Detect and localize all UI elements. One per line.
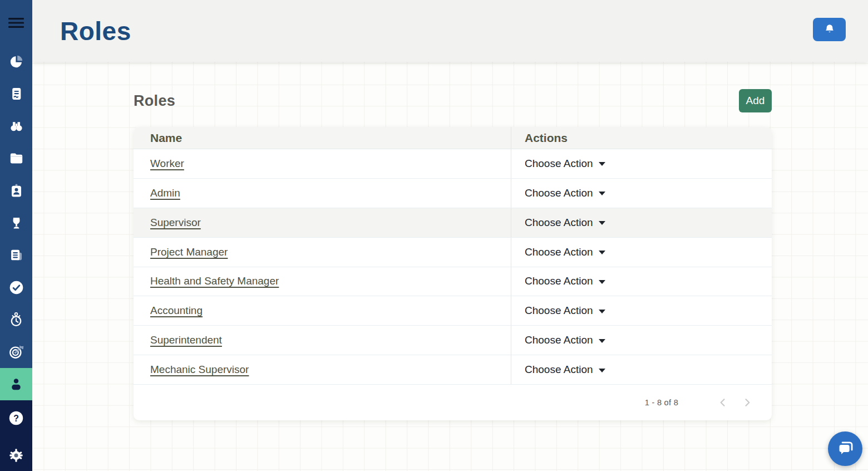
chevron-down-icon [599,192,605,195]
gear-icon [8,448,24,463]
sidebar-item-workers[interactable] [0,174,32,207]
table-row: Supervisor Choose Action [134,208,772,238]
table-body: Worker Choose Action Admin Choose Action… [134,149,772,385]
check-circle-icon [9,280,24,295]
sidebar-item-dashboard[interactable] [0,45,32,77]
column-header-name: Name [134,127,511,149]
choose-action-dropdown[interactable]: Choose Action [525,187,605,199]
bell-icon [823,23,836,36]
sidebar-item-invoices[interactable] [0,77,32,110]
binoculars-icon [9,119,24,134]
role-link[interactable]: Accounting [150,305,203,317]
table-row: Worker Choose Action [134,149,772,179]
target-dart-icon [8,344,24,360]
folder-icon [9,151,24,166]
choose-action-label: Choose Action [525,334,593,346]
stopwatch-icon [9,312,23,327]
menu-toggle-button[interactable] [0,0,32,45]
sidebar-item-tasks[interactable] [0,271,32,303]
table-row: Health and Safety Manager Choose Action [134,267,772,297]
choose-action-dropdown[interactable]: Choose Action [525,364,605,376]
chevron-down-icon [599,221,605,225]
choose-action-dropdown[interactable]: Choose Action [525,275,605,287]
table-row: Superintendent Choose Action [134,326,772,355]
hamburger-icon [8,17,24,29]
table-row: Project Manager Choose Action [134,238,772,267]
role-link[interactable]: Health and Safety Manager [150,275,279,287]
choose-action-label: Choose Action [525,364,593,376]
column-header-actions: Actions [511,127,772,149]
sidebar-item-time-tracking[interactable] [0,303,32,336]
choose-action-label: Choose Action [525,246,593,258]
role-link[interactable]: Admin [150,187,180,199]
choose-action-label: Choose Action [525,217,593,229]
table-row: Accounting Choose Action [134,296,772,326]
sidebar-item-achievements[interactable] [0,207,32,239]
choose-action-dropdown[interactable]: Choose Action [525,305,605,317]
help-button[interactable]: ? [0,403,32,434]
sidebar-item-files[interactable] [0,142,32,174]
chat-bubbles-icon [836,439,855,458]
chevron-left-icon [717,397,728,408]
section-title: Roles [134,92,175,110]
pagination-range: 1 - 8 of 8 [645,398,678,407]
table-row: Mechanic Supervisor Choose Action [134,355,772,385]
choose-action-label: Choose Action [525,187,593,199]
chevron-down-icon [599,251,605,254]
choose-action-dropdown[interactable]: Choose Action [525,217,605,229]
role-link[interactable]: Supervisor [150,217,201,229]
add-button[interactable]: Add [739,89,772,112]
pagination-next-button[interactable] [735,397,760,408]
page-title: Roles [60,16,131,46]
chevron-down-icon [599,280,605,284]
choose-action-label: Choose Action [525,158,593,170]
sidebar-bottom-section: ? [0,400,32,471]
notifications-button[interactable] [813,18,846,41]
chevron-down-icon [599,162,605,166]
chat-widget-button[interactable] [828,431,862,466]
table-header-row: Name Actions [134,127,772,149]
news-report-icon [9,248,23,262]
roles-table-card: Name Actions Worker Choose Action Admin … [134,127,772,420]
invoice-document-icon [9,87,23,101]
chevron-down-icon [599,310,605,313]
pagination-prev-button[interactable] [711,397,735,408]
table-row: Admin Choose Action [134,179,772,208]
role-link[interactable]: Superintendent [150,334,222,346]
choose-action-label: Choose Action [525,305,593,317]
trophy-icon [9,215,24,230]
main-content: Roles Add Name Actions Worker Choose Act… [32,62,868,471]
role-link[interactable]: Worker [150,158,184,170]
role-link[interactable]: Project Manager [150,246,228,258]
sidebar-item-observations[interactable] [0,110,32,142]
chevron-down-icon [599,369,605,372]
help-icon: ? [8,410,24,426]
choose-action-label: Choose Action [525,275,593,287]
choose-action-dropdown[interactable]: Choose Action [525,334,605,346]
id-badge-icon [9,183,23,198]
chevron-right-icon [742,397,753,408]
sidebar-item-roles[interactable] [0,368,32,400]
chevron-down-icon [599,339,605,343]
choose-action-dropdown[interactable]: Choose Action [525,246,605,258]
choose-action-dropdown[interactable]: Choose Action [525,158,605,170]
pie-chart-icon [9,54,24,69]
table-footer: 1 - 8 of 8 [134,385,772,420]
role-link[interactable]: Mechanic Supervisor [150,364,249,376]
settings-button[interactable] [0,440,32,471]
sidebar: ? [0,0,32,471]
person-icon [8,376,24,392]
svg-text:?: ? [13,414,19,423]
sidebar-item-goals[interactable] [0,336,32,368]
sidebar-item-reports[interactable] [0,239,32,271]
topbar: Roles [32,0,868,62]
